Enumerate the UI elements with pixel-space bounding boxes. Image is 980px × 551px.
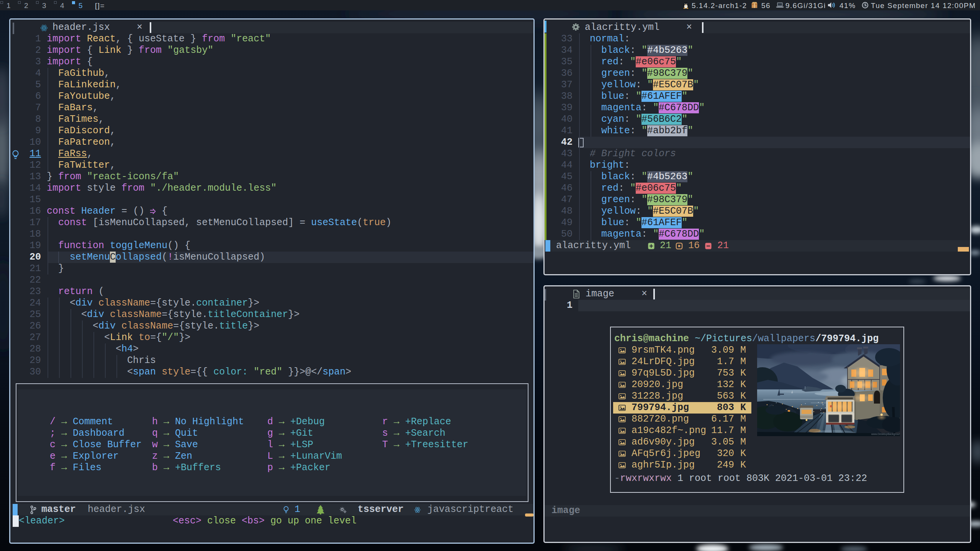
- svg-text:www.DesktopBackground.org: www.DesktopBackground.org: [871, 433, 900, 436]
